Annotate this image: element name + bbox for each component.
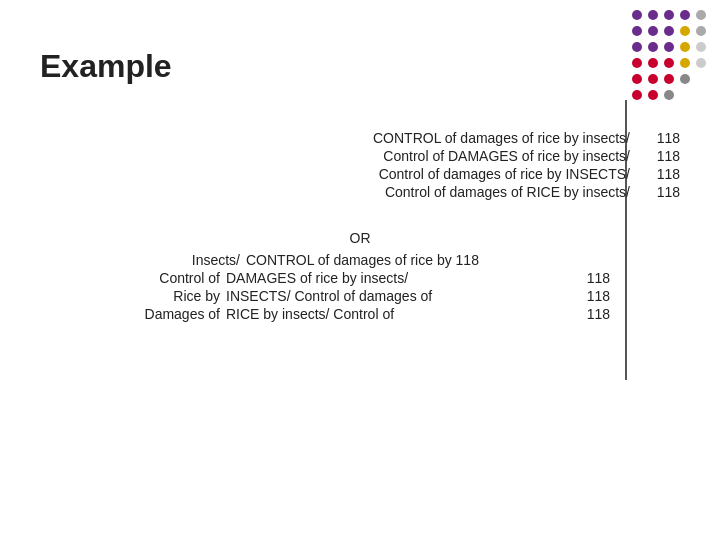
dot-25 [632, 90, 642, 100]
dot-2 [664, 10, 674, 20]
top-row-text-1: Control of DAMAGES of rice by insects/ [383, 148, 630, 164]
or-row-3: Damages ofRICE by insects/ Control of118 [40, 306, 680, 322]
top-row-num-2: 118 [630, 166, 680, 182]
dot-23 [680, 74, 690, 84]
top-row-text-2: Control of damages of rice by INSECTS/ [379, 166, 630, 182]
dot-17 [664, 58, 674, 68]
or-row-num-2: 118 [570, 288, 610, 304]
dot-22 [664, 74, 674, 84]
dot-24 [696, 74, 706, 84]
or-row-0: Insects/CONTROL of damages of rice by 11… [40, 252, 680, 268]
dot-15 [632, 58, 642, 68]
or-row-1: Control ofDAMAGES of rice by insects/118 [40, 270, 680, 286]
or-row-left-0: Insects/ [130, 252, 240, 268]
dot-5 [632, 26, 642, 36]
dot-3 [680, 10, 690, 20]
or-label: OR [40, 230, 680, 246]
or-row-right-1: DAMAGES of rice by insects/ [220, 270, 570, 286]
or-row-left-3: Damages of [110, 306, 220, 322]
dot-21 [648, 74, 658, 84]
or-row-left-2: Rice by [110, 288, 220, 304]
top-row-3: Control of damages of RICE by insects/11… [40, 184, 680, 200]
dot-11 [648, 42, 658, 52]
dot-0 [632, 10, 642, 20]
top-row-0: CONTROL of damages of rice by insects/11… [40, 130, 680, 146]
dot-18 [680, 58, 690, 68]
top-row-text-0: CONTROL of damages of rice by insects/ [373, 130, 630, 146]
dot-29 [696, 90, 706, 100]
dot-16 [648, 58, 658, 68]
dot-10 [632, 42, 642, 52]
or-row-right-3: RICE by insects/ Control of [220, 306, 570, 322]
page-title: Example [40, 48, 172, 85]
top-row-num-1: 118 [630, 148, 680, 164]
dot-7 [664, 26, 674, 36]
dot-8 [680, 26, 690, 36]
dot-13 [680, 42, 690, 52]
dot-4 [696, 10, 706, 20]
dot-1 [648, 10, 658, 20]
or-row-num-3: 118 [570, 306, 610, 322]
dot-28 [680, 90, 690, 100]
page: Example CONTROL of damages of rice by in… [0, 0, 720, 540]
or-rows: Insects/CONTROL of damages of rice by 11… [40, 252, 680, 322]
or-row-num-1: 118 [570, 270, 610, 286]
dot-27 [664, 90, 674, 100]
top-section: CONTROL of damages of rice by insects/11… [40, 130, 680, 200]
or-row-2: Rice byINSECTS/ Control of damages of118 [40, 288, 680, 304]
dot-grid-decoration [632, 10, 710, 104]
top-row-num-3: 118 [630, 184, 680, 200]
main-content: CONTROL of damages of rice by insects/11… [40, 130, 680, 322]
dot-6 [648, 26, 658, 36]
or-row-left-1: Control of [110, 270, 220, 286]
dot-14 [696, 42, 706, 52]
dot-26 [648, 90, 658, 100]
top-row-text-3: Control of damages of RICE by insects/ [385, 184, 630, 200]
or-row-right-2: INSECTS/ Control of damages of [220, 288, 570, 304]
top-row-1: Control of DAMAGES of rice by insects/11… [40, 148, 680, 164]
or-row-right-0: CONTROL of damages of rice by 118 [240, 252, 590, 268]
dot-20 [632, 74, 642, 84]
top-row-2: Control of damages of rice by INSECTS/11… [40, 166, 680, 182]
dot-9 [696, 26, 706, 36]
dot-19 [696, 58, 706, 68]
dot-12 [664, 42, 674, 52]
or-section: OR Insects/CONTROL of damages of rice by… [40, 230, 680, 322]
top-row-num-0: 118 [630, 130, 680, 146]
